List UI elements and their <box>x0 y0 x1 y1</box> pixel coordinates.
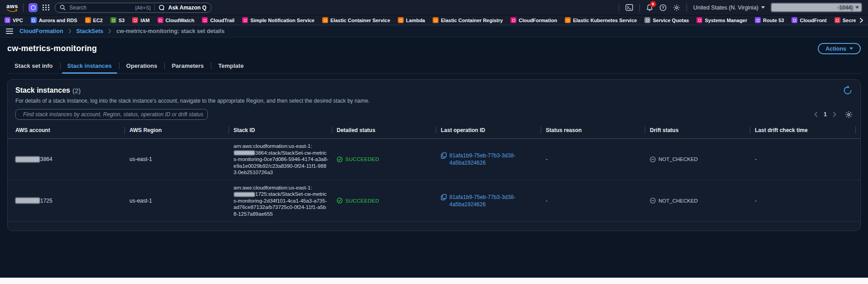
favorite-service-item[interactable]: Service Quotas <box>644 17 689 23</box>
divider <box>619 4 619 12</box>
favorite-service-item[interactable]: CloudWatch <box>157 17 195 23</box>
chevron-down-icon <box>761 6 765 9</box>
copy-icon[interactable] <box>441 194 447 200</box>
breadcrumb-bar: CloudFormation StackSets cw-metrics-moni… <box>0 25 868 38</box>
panel-description: For details of a stack instance, log int… <box>8 98 860 104</box>
column-header-last-drift-check-time: Last drift check time <box>755 125 860 138</box>
table-row: 1725 us-east-1 arn:aws:cloudformation:us… <box>8 180 860 222</box>
actions-button[interactable]: Actions <box>818 43 861 54</box>
amazon-q-app-icon[interactable] <box>29 3 38 12</box>
app-launcher-icon[interactable] <box>43 5 50 10</box>
favorite-service-item[interactable]: VPC <box>5 17 23 23</box>
service-label: VPC <box>13 18 23 23</box>
service-label: Service Quotas <box>653 18 689 23</box>
favorite-service-item[interactable]: CloudFront <box>792 17 826 23</box>
service-icon <box>132 17 138 23</box>
aws-account-cell: 3864 <box>15 152 129 166</box>
last-drift-check-cell: - <box>755 194 860 208</box>
notifications-button[interactable]: 9 <box>646 4 653 11</box>
column-header-last-operation-id: Last operation ID <box>441 125 546 138</box>
favorite-service-item[interactable]: CloudFormation <box>510 17 557 23</box>
account-menu[interactable]: -1044) <box>771 3 862 12</box>
page-title: cw-metrics-monitoring <box>7 44 97 53</box>
column-header-aws-account: AWS account <box>15 125 129 138</box>
next-page-button[interactable] <box>833 112 836 117</box>
breadcrumb-current: cw-metrics-monitoring: stack set details <box>116 28 224 34</box>
status-reason-cell: - <box>546 194 650 208</box>
breadcrumb: CloudFormation StackSets cw-metrics-moni… <box>19 28 224 34</box>
global-search-input[interactable]: Search [Alt+S] Ask Amazon Q <box>55 3 211 13</box>
tab-operations[interactable]: Operations <box>119 60 165 73</box>
favorite-service-item[interactable]: Elastic Kubernetes Service <box>565 17 637 23</box>
region-selector[interactable]: United States (N. Virginia) <box>693 5 765 11</box>
side-nav-toggle[interactable] <box>6 28 13 34</box>
pagination: 1 <box>814 111 853 118</box>
favorite-service-item[interactable]: Elastic Container Registry <box>433 17 503 23</box>
cloudshell-button[interactable] <box>625 4 633 11</box>
service-icon <box>5 17 10 23</box>
aws-logo[interactable]: aws <box>6 3 18 12</box>
favorite-service-item[interactable]: Secrets Manager <box>835 17 856 23</box>
table-body: 3864 us-east-1 arn:aws:cloudformation:us… <box>8 139 860 222</box>
favorite-service-item[interactable]: Lambda <box>398 17 425 23</box>
table-preferences-button[interactable] <box>845 111 853 118</box>
breadcrumb-stacksets[interactable]: StackSets <box>76 28 104 34</box>
refresh-button[interactable] <box>843 85 853 95</box>
service-label: CloudFormation <box>519 18 557 23</box>
service-icon <box>565 17 571 23</box>
ask-amazon-q-button[interactable]: Ask Amazon Q <box>168 5 206 11</box>
panel-count: (2) <box>72 87 81 95</box>
favorite-service-item[interactable]: Systems Manager <box>696 17 747 23</box>
help-button[interactable]: ? <box>659 4 667 11</box>
stack-id-cell: arn:aws:cloudformation:us-east-1:3864:st… <box>234 139 337 180</box>
chevron-right-icon <box>833 112 836 117</box>
aws-region-cell: us-east-1 <box>129 152 234 166</box>
service-icon <box>110 17 116 23</box>
tab-stack-set-info[interactable]: Stack set info <box>7 60 60 73</box>
operation-id-link[interactable]: 81afa1b9-75eb-77b3-3d38-4a5ba1924626 <box>449 194 517 208</box>
service-label: EC2 <box>93 18 103 23</box>
settings-button[interactable] <box>673 4 680 11</box>
breadcrumb-cloudformation[interactable]: CloudFormation <box>19 28 63 34</box>
column-header-status-reason: Status reason <box>546 125 650 138</box>
tab-stack-instances[interactable]: Stack instances <box>60 60 119 73</box>
search-shortcut: [Alt+S] <box>135 5 151 10</box>
service-label: Elastic Container Registry <box>441 18 503 23</box>
service-icon <box>242 17 248 23</box>
service-label: CloudWatch <box>166 18 195 23</box>
aws-region-cell: us-east-1 <box>129 194 234 208</box>
favorite-service-item[interactable]: CloudTrail <box>202 17 234 23</box>
hexagon-icon <box>31 5 36 10</box>
favorite-service-item[interactable]: Route 53 <box>755 17 784 23</box>
service-icon <box>835 17 840 23</box>
stack-instances-table: AWS accountAWS RegionStack IDDetailed st… <box>8 125 860 222</box>
region-label: United States (N. Virginia) <box>693 5 758 11</box>
service-label: Secrets Manager <box>843 18 856 23</box>
tab-parameters[interactable]: Parameters <box>164 60 211 73</box>
operation-id-link[interactable]: 81afa1b9-75eb-77b3-3d38-4a5ba1924626 <box>449 152 517 166</box>
favorite-service-item[interactable]: IAM <box>132 17 149 23</box>
page-number[interactable]: 1 <box>824 111 827 118</box>
service-label: Lambda <box>406 18 425 23</box>
favorite-service-item[interactable]: EC2 <box>85 17 103 23</box>
favorite-service-item[interactable]: Elastic Container Service <box>322 17 390 23</box>
copy-icon[interactable] <box>441 152 447 159</box>
previous-page-button[interactable] <box>814 112 818 117</box>
service-icon <box>202 17 208 23</box>
table-row: 3864 us-east-1 arn:aws:cloudformation:us… <box>8 139 860 180</box>
service-icon <box>31 17 37 23</box>
account-label-suffix: -1044) <box>837 5 853 11</box>
service-label: Simple Notification Service <box>250 18 315 23</box>
favorites-list: VPC Aurora and RDS EC2 S3 IAM CloudWatch… <box>5 17 856 23</box>
favorite-service-item[interactable]: S3 <box>110 17 124 23</box>
tab-template[interactable]: Template <box>211 60 251 73</box>
favorites-scroll-right-button[interactable] <box>859 18 863 23</box>
chevron-right-icon <box>68 29 72 33</box>
favorite-service-item[interactable]: Simple Notification Service <box>242 17 315 23</box>
chevron-right-icon <box>108 29 111 33</box>
aws-smile-icon <box>7 9 18 12</box>
filter-input[interactable]: Find stack instances by account, Region,… <box>15 109 208 120</box>
actions-button-label: Actions <box>825 46 846 52</box>
chevron-down-icon <box>849 47 853 50</box>
favorite-service-item[interactable]: Aurora and RDS <box>31 17 77 23</box>
